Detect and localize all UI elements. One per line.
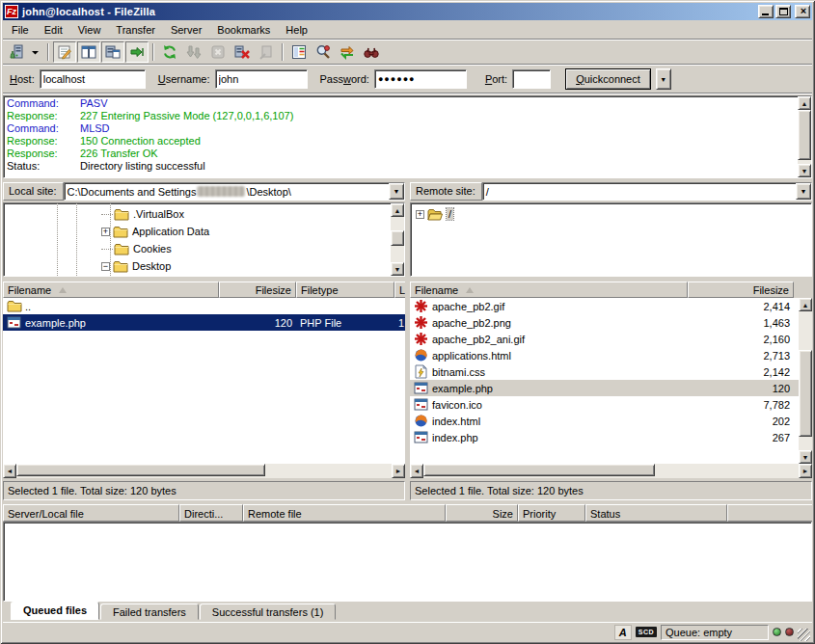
filter-icon — [291, 44, 307, 60]
site-manager-dropdown-button[interactable] — [30, 41, 43, 63]
close-button[interactable]: × — [795, 5, 810, 18]
local-directory-tree: .VirtualBoxApplication DataCookiesDeskto… — [3, 202, 405, 277]
scroll-up-icon[interactable]: ▲ — [798, 96, 811, 110]
column-header-filename[interactable]: Filename — [3, 282, 219, 298]
toggle-directory-trees-button[interactable] — [77, 41, 100, 63]
column-header-filetype[interactable]: Filetype — [296, 282, 394, 298]
minimize-button[interactable] — [758, 5, 774, 18]
refresh-button[interactable] — [158, 41, 181, 63]
local-file-row[interactable]: .. — [3, 298, 405, 314]
column-header-directi-[interactable]: Directi... — [179, 504, 243, 522]
folder-icon — [7, 299, 22, 313]
toolbar-separator — [152, 43, 154, 61]
host-input[interactable] — [40, 69, 146, 89]
remote-file-row[interactable]: bitnami.css2,142 — [410, 363, 799, 380]
remote-file-row[interactable]: applications.html2,713 — [410, 347, 799, 363]
expand-icon[interactable] — [416, 210, 424, 219]
local-tree-item[interactable]: Desktop — [4, 257, 391, 275]
resize-grip[interactable] — [798, 629, 810, 641]
remote-file-row[interactable]: index.html202 — [410, 413, 799, 429]
scroll-down-icon[interactable]: ▼ — [391, 262, 404, 276]
close-icon: × — [796, 5, 811, 16]
log-line-type: Command: — [7, 122, 80, 135]
compare-button[interactable] — [312, 41, 335, 63]
tree-item-label: Cookies — [133, 243, 172, 255]
column-header-filesize[interactable]: Filesize — [688, 282, 794, 298]
port-input[interactable] — [512, 69, 551, 89]
menu-transfer[interactable]: Transfer — [108, 22, 163, 38]
php-file-icon — [414, 430, 429, 444]
scroll-left-icon[interactable]: ◄ — [410, 464, 423, 478]
tab-failed-transfers[interactable]: Failed transfers — [100, 604, 199, 620]
cancel-button[interactable] — [206, 41, 230, 63]
scroll-right-icon[interactable]: ► — [392, 464, 405, 478]
find-button[interactable] — [360, 41, 383, 63]
expand-icon[interactable] — [101, 228, 110, 236]
password-input[interactable] — [374, 69, 467, 89]
sync-browse-button[interactable] — [336, 41, 359, 63]
scroll-left-icon[interactable]: ◄ — [3, 464, 16, 478]
site-manager-button[interactable] — [6, 41, 29, 63]
remote-site-combo[interactable]: / ▼ — [482, 182, 812, 201]
toggle-directory-trees-icon — [81, 44, 96, 60]
local-tree-scrollbar[interactable]: ▲ ▼ — [391, 203, 404, 276]
cancel-icon — [210, 44, 226, 60]
column-header-l[interactable]: L — [394, 282, 405, 298]
column-header-size[interactable]: Size — [446, 504, 518, 522]
compare-icon — [315, 44, 331, 60]
username-input[interactable] — [215, 69, 308, 89]
scroll-right-icon[interactable]: ► — [799, 464, 812, 478]
local-tree-item[interactable]: .VirtualBox — [4, 205, 391, 223]
menu-help[interactable]: Help — [278, 22, 315, 38]
file-name: apache_pb2.gif — [432, 301, 504, 312]
remote-file-row[interactable]: index.php267 — [410, 429, 799, 445]
local-file-row[interactable]: example.php120PHP File1 — [3, 314, 405, 331]
quickconnect-button[interactable]: Quickconnect — [565, 68, 651, 90]
column-header-server-local-file[interactable]: Server/Local file — [3, 504, 179, 522]
remote-file-row[interactable]: example.php120 — [410, 380, 799, 396]
remote-site-dropdown-icon[interactable]: ▼ — [796, 183, 811, 200]
remote-list-scrollbar[interactable]: ▲ ▼ — [799, 298, 812, 464]
scroll-up-icon[interactable]: ▲ — [799, 298, 812, 311]
remote-file-row[interactable]: apache_pb2.gif2,414 — [410, 298, 799, 314]
message-log-scrollbar[interactable]: ▲ ▼ — [798, 96, 811, 177]
local-tree-item[interactable]: Cookies — [4, 240, 391, 257]
tab-queued-files[interactable]: Queued files — [11, 602, 99, 620]
local-tree-item[interactable]: Application Data — [4, 223, 391, 240]
column-header-status[interactable]: Status — [585, 504, 727, 522]
local-site-dropdown-icon[interactable]: ▼ — [389, 183, 404, 200]
menu-file[interactable]: File — [4, 22, 37, 38]
collapse-icon[interactable] — [101, 262, 110, 271]
local-site-combo[interactable]: C:\Documents and Settings\Desktop\ ▼ — [64, 182, 405, 201]
column-header-blank[interactable] — [727, 504, 812, 522]
toggle-remote-tree-button[interactable] — [101, 41, 124, 63]
column-header-filesize[interactable]: Filesize — [219, 282, 296, 298]
menu-edit[interactable]: Edit — [37, 22, 70, 38]
remote-file-row[interactable]: favicon.ico7,782 — [410, 396, 799, 413]
menu-bookmarks[interactable]: Bookmarks — [209, 22, 278, 38]
column-header-remote-file[interactable]: Remote file — [243, 504, 446, 522]
process-queue-button[interactable] — [182, 41, 205, 63]
maximize-button[interactable] — [775, 5, 791, 18]
local-hscrollbar[interactable]: ◄ ► — [3, 464, 405, 478]
remote-tree-item[interactable]: / — [411, 205, 811, 223]
quickconnect-dropdown-button[interactable]: ▼ — [656, 68, 671, 90]
menu-view[interactable]: View — [70, 22, 109, 38]
reconnect-button[interactable] — [255, 41, 278, 63]
remote-hscrollbar[interactable]: ◄ ► — [410, 464, 812, 478]
remote-file-row[interactable]: apache_pb2.png1,463 — [410, 314, 799, 331]
scroll-down-icon[interactable]: ▼ — [798, 164, 811, 177]
scroll-up-icon[interactable]: ▲ — [391, 203, 404, 217]
filter-button[interactable] — [287, 41, 311, 63]
column-header-filename[interactable]: Filename — [410, 282, 688, 298]
folder-icon — [113, 259, 128, 273]
scroll-down-icon[interactable]: ▼ — [799, 450, 812, 464]
column-header-priority[interactable]: Priority — [518, 504, 585, 522]
disconnect-button[interactable] — [231, 41, 254, 63]
toggle-message-log-button[interactable] — [53, 41, 76, 63]
remote-file-row[interactable]: apache_pb2_ani.gif2,160 — [410, 331, 799, 347]
queue-list[interactable] — [3, 522, 812, 602]
menu-server[interactable]: Server — [163, 22, 209, 38]
toggle-transfer-queue-button[interactable] — [125, 41, 149, 63]
tab-successful-transfers-1[interactable]: Successful transfers (1) — [200, 604, 337, 620]
